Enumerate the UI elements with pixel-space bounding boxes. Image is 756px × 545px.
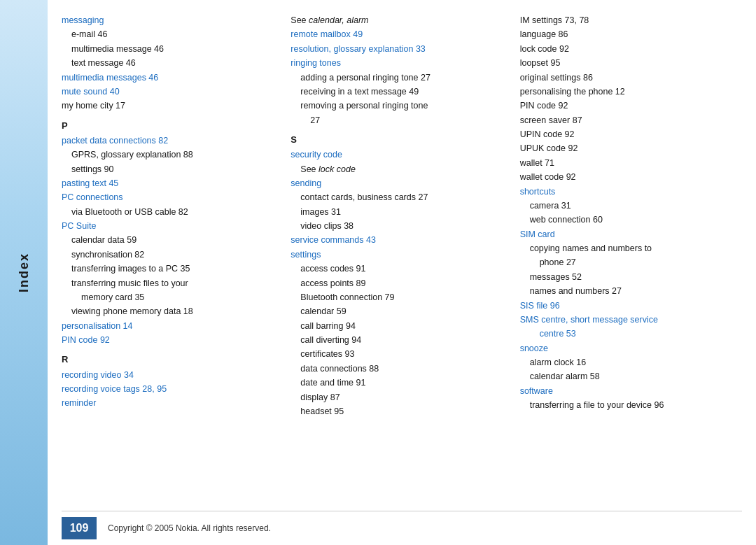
list-item: e-mail 46 xyxy=(62,28,276,41)
list-item: language 86 xyxy=(520,28,735,41)
list-item: resolution, glossary explanation 33 xyxy=(290,43,505,56)
list-item: recording video 34 xyxy=(62,369,276,382)
list-item: settings 90 xyxy=(62,163,276,176)
link-pin-code[interactable]: PIN code 92 xyxy=(62,335,110,345)
list-item: SMS centre, short message service xyxy=(520,313,735,327)
list-item: PIN code 92 xyxy=(520,99,735,113)
list-item: camera 31 xyxy=(520,199,735,213)
list-item: shortcuts xyxy=(520,185,735,199)
list-item: reminder xyxy=(62,397,276,410)
link-security-code[interactable]: security code xyxy=(290,150,342,160)
list-item: memory card 35 xyxy=(62,291,276,304)
link-settings[interactable]: settings xyxy=(290,250,321,260)
list-item: headset 95 xyxy=(290,405,505,418)
index-label: Index xyxy=(17,253,31,292)
link-pasting-text[interactable]: pasting text 45 xyxy=(62,178,118,188)
column-2: See calendar, alarm remote mailbox 49 re… xyxy=(284,14,512,507)
list-item: web connection 60 xyxy=(520,213,735,227)
list-item: mute sound 40 xyxy=(62,85,276,99)
list-item: text message 46 xyxy=(62,57,276,70)
list-item: recording voice tags 28, 95 xyxy=(62,383,276,396)
link-service-commands[interactable]: service commands 43 xyxy=(290,235,376,245)
list-item: remote mailbox 49 xyxy=(290,28,505,41)
link-recording-video[interactable]: recording video 34 xyxy=(62,370,134,380)
list-item: settings xyxy=(290,248,505,262)
link-messaging[interactable]: messaging xyxy=(62,15,104,25)
link-snooze[interactable]: snooze xyxy=(520,344,548,353)
list-item: calendar data 59 xyxy=(62,234,276,247)
list-item: call barring 94 xyxy=(290,320,505,333)
italic-calendar-alarm: calendar, alarm xyxy=(309,15,368,25)
link-resolution[interactable]: resolution, glossary explanation 33 xyxy=(290,44,425,54)
list-item: certificates 93 xyxy=(290,348,505,361)
link-packet-data[interactable]: packet data connections 82 xyxy=(62,136,168,146)
list-item: wallet code 92 xyxy=(520,171,735,184)
link-remote-mailbox[interactable]: remote mailbox 49 xyxy=(290,29,363,39)
link-ringing-tones[interactable]: ringing tones xyxy=(290,58,341,68)
list-item: phone 27 xyxy=(520,256,735,269)
list-item: centre 53 xyxy=(520,327,735,341)
list-item: calendar 59 xyxy=(290,305,505,318)
list-item: PC connections xyxy=(62,191,276,204)
list-item: See lock code xyxy=(290,163,505,176)
link-reminder[interactable]: reminder xyxy=(62,398,96,408)
list-item: via Bluetooth or USB cable 82 xyxy=(62,206,276,219)
list-item: wallet 71 xyxy=(520,157,735,170)
list-item: contact cards, business cards 27 xyxy=(290,191,505,204)
list-item: multimedia messages 46 xyxy=(62,71,276,85)
link-pc-suite[interactable]: PC Suite xyxy=(62,221,96,231)
list-item: transferring a file to your device 96 xyxy=(520,399,735,412)
list-item: multimedia message 46 xyxy=(62,43,276,56)
list-item: transferring images to a PC 35 xyxy=(62,262,276,276)
list-item: SIM card xyxy=(520,228,735,241)
list-item: personalisation 14 xyxy=(62,320,276,333)
section-r: R xyxy=(62,353,276,367)
list-item: personalising the phone 12 xyxy=(520,85,735,99)
list-item: screen saver 87 xyxy=(520,114,735,127)
list-item: Bluetooth connection 79 xyxy=(290,291,505,304)
list-item: UPUK code 92 xyxy=(520,142,735,155)
columns-container: messaging e-mail 46 multimedia message 4… xyxy=(62,14,742,507)
list-item: snooze xyxy=(520,342,735,355)
link-sms-centre[interactable]: SMS centre, short message service xyxy=(520,315,658,325)
link-software[interactable]: software xyxy=(520,386,553,396)
list-item: loopset 95 xyxy=(520,57,735,70)
list-item: calendar alarm 58 xyxy=(520,370,735,383)
list-item: pasting text 45 xyxy=(62,177,276,190)
link-multimedia-messages[interactable]: multimedia messages 46 xyxy=(62,73,158,83)
link-sim-card[interactable]: SIM card xyxy=(520,229,555,239)
list-item: names and numbers 27 xyxy=(520,285,735,298)
list-item: transferring music files to your xyxy=(62,277,276,290)
link-personalisation[interactable]: personalisation 14 xyxy=(62,321,132,331)
list-item: video clips 38 xyxy=(290,220,505,233)
list-item: call diverting 94 xyxy=(290,334,505,347)
section-s: S xyxy=(290,133,505,147)
list-item: display 87 xyxy=(290,391,505,404)
list-item: adding a personal ringing tone 27 xyxy=(290,71,505,85)
footer: 109 Copyright © 2005 Nokia. All rights r… xyxy=(62,511,742,545)
list-item: service commands 43 xyxy=(290,234,505,247)
link-sending[interactable]: sending xyxy=(290,178,321,188)
list-item: access codes 91 xyxy=(290,262,505,276)
column-3: IM settings 73, 78 language 86 lock code… xyxy=(513,14,742,507)
list-item: data connections 88 xyxy=(290,362,505,376)
section-p: P xyxy=(62,119,276,133)
link-centre[interactable]: centre 53 xyxy=(540,329,576,339)
list-item: See calendar, alarm xyxy=(290,14,505,27)
list-item: copying names and numbers to xyxy=(520,242,735,255)
list-item: viewing phone memory data 18 xyxy=(62,305,276,318)
list-item: IM settings 73, 78 xyxy=(520,14,735,27)
list-item: access points 89 xyxy=(290,277,505,290)
link-sis-file[interactable]: SIS file 96 xyxy=(520,301,560,311)
main-content: messaging e-mail 46 multimedia message 4… xyxy=(48,0,756,545)
list-item: messaging xyxy=(62,14,276,27)
link-shortcuts[interactable]: shortcuts xyxy=(520,187,556,197)
list-item: 27 xyxy=(290,114,505,127)
italic-lock-code: lock code xyxy=(318,164,356,174)
link-pc-connections[interactable]: PC connections xyxy=(62,192,123,202)
link-mute-sound[interactable]: mute sound 40 xyxy=(62,87,120,97)
link-recording-voice-tags[interactable]: recording voice tags 28, 95 xyxy=(62,384,167,394)
list-item: date and time 91 xyxy=(290,376,505,390)
list-item: PC Suite xyxy=(62,220,276,233)
list-item: GPRS, glossary explanation 88 xyxy=(62,148,276,162)
